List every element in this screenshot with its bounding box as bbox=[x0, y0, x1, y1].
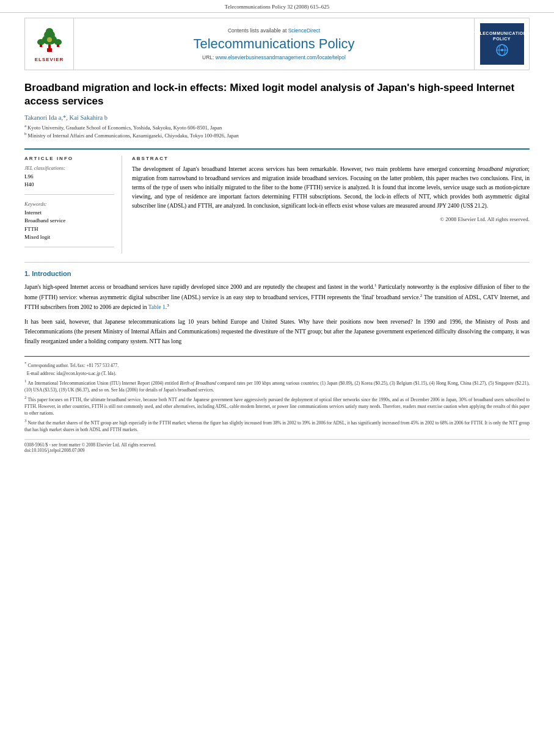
keyword-ftth: FTTH bbox=[24, 225, 114, 234]
elsevier-tree-icon bbox=[35, 26, 64, 56]
footnote-2: 2 This paper focuses on FTTH, the ultima… bbox=[24, 394, 530, 416]
article-info-header: ARTICLE INFO bbox=[24, 156, 114, 161]
footnotes-section: * Corresponding author. Tel./fax: +81 75… bbox=[24, 356, 530, 433]
journal-header-box: ELSEVIER Contents lists available at Sci… bbox=[24, 18, 530, 70]
doi-text: doi:10.1016/j.telpol.2008.07.009 bbox=[24, 448, 530, 453]
footnote-email: E-mail address: ida@econ.kyoto-u.ac.jp (… bbox=[24, 370, 530, 377]
affiliation-a-marker: a bbox=[24, 124, 26, 128]
author-names: Takanori Ida a,*, Kai Sakahira b bbox=[24, 114, 108, 121]
footnote-1: 1 An International Telecommunication Uni… bbox=[24, 378, 530, 393]
svg-point-6 bbox=[37, 39, 45, 45]
keyword-internet: Internet bbox=[24, 209, 114, 217]
bottom-license-info: 0308-5961/$ - see front matter © 2008 El… bbox=[24, 439, 530, 453]
elsevier-logo-area: ELSEVIER bbox=[25, 18, 74, 70]
page: Telecommunications Policy 32 (2008) 615–… bbox=[0, 0, 554, 756]
article-info-abstract-section: ARTICLE INFO JEL classifications: L96H40… bbox=[24, 148, 530, 253]
journal-cover-image: TELECOMMUNICATIONSPOLICY bbox=[480, 23, 524, 65]
elsevier-logo: ELSEVIER bbox=[35, 26, 64, 62]
sciencedirect-link[interactable]: ScienceDirect bbox=[288, 27, 320, 34]
introduction-heading: 1. Introduction bbox=[24, 270, 530, 277]
journal-url-text[interactable]: www.elsevierbusinessandmanagement.com/lo… bbox=[216, 54, 346, 60]
intro-paragraph-2: It has been said, however, that Japanese… bbox=[24, 318, 530, 346]
svg-rect-9 bbox=[57, 45, 59, 47]
affiliation-b-marker: b bbox=[24, 132, 27, 136]
journal-cover-title: TELECOMMUNICATIONSPOLICY bbox=[473, 31, 530, 42]
journal-title-area: Contents lists available at ScienceDirec… bbox=[74, 18, 474, 70]
keyword-mixed-logit: Mixed logit bbox=[24, 233, 114, 242]
svg-point-4 bbox=[46, 28, 53, 34]
keywords-label: Keywords: bbox=[24, 201, 114, 207]
elsevier-brand-text: ELSEVIER bbox=[35, 57, 64, 62]
footnote-1-marker: 1 bbox=[24, 379, 27, 383]
footnote-corresponding: * Corresponding author. Tel./fax: +81 75… bbox=[24, 360, 530, 369]
jel-block: JEL classifications: L96H40 bbox=[24, 165, 114, 195]
svg-point-7 bbox=[54, 39, 62, 45]
intro-paragraph-1: Japan's high-speed Internet access or br… bbox=[24, 282, 530, 313]
article-title: Broadband migration and lock-in effects:… bbox=[24, 81, 530, 108]
journal-cover-area: TELECOMMUNICATIONSPOLICY bbox=[474, 18, 529, 70]
svg-rect-8 bbox=[40, 45, 42, 47]
journal-cover-graphic-icon bbox=[490, 43, 514, 57]
contents-available-line: Contents lists available at ScienceDirec… bbox=[228, 27, 320, 34]
affiliation-a: a Kyoto University, Graduate School of E… bbox=[24, 124, 530, 132]
affiliations: a Kyoto University, Graduate School of E… bbox=[24, 124, 530, 140]
svg-point-13 bbox=[501, 49, 503, 51]
footnote-3-marker: 3 bbox=[24, 418, 27, 423]
authors-line: Takanori Ida a,*, Kai Sakahira b bbox=[24, 114, 530, 121]
section-divider bbox=[24, 262, 530, 263]
affiliation-a-text: Kyoto University, Graduate School of Eco… bbox=[27, 124, 222, 132]
keywords-block: Keywords: Internet Broadband service FTT… bbox=[24, 201, 114, 247]
footnote-3: 3 Note that the market shares of the NTT… bbox=[24, 418, 530, 433]
journal-citation: Telecommunications Policy 32 (2008) 615–… bbox=[225, 4, 329, 10]
article-info-column: ARTICLE INFO JEL classifications: L96H40… bbox=[24, 156, 122, 253]
journal-url-line: URL: www.elsevierbusinessandmanagement.c… bbox=[202, 54, 346, 60]
abstract-body: The development of Japan's broadband Int… bbox=[132, 165, 530, 211]
footnote-star-marker: * bbox=[24, 361, 27, 366]
keyword-list: Internet Broadband service FTTH Mixed lo… bbox=[24, 209, 114, 242]
jel-values: L96H40 bbox=[24, 173, 114, 189]
affiliation-b: b Ministry of Internal Affairs and Commu… bbox=[24, 132, 530, 140]
license-text: 0308-5961/$ - see front matter © 2008 El… bbox=[24, 442, 530, 448]
jel-label: JEL classifications: bbox=[24, 165, 114, 171]
footnote-2-marker: 2 bbox=[24, 395, 27, 400]
svg-rect-1 bbox=[48, 45, 51, 49]
affiliation-b-text: Ministry of Internal Affairs and Communi… bbox=[28, 132, 239, 140]
copyright-notice: © 2008 Elsevier Ltd. All rights reserved… bbox=[132, 216, 530, 222]
article-content: Broadband migration and lock-in effects:… bbox=[24, 70, 530, 453]
journal-title: Telecommunications Policy bbox=[193, 36, 354, 52]
abstract-header: ABSTRACT bbox=[132, 156, 530, 161]
journal-header-bar: Telecommunications Policy 32 (2008) 615–… bbox=[0, 0, 554, 13]
svg-point-5 bbox=[47, 37, 52, 42]
abstract-column: ABSTRACT The development of Japan's broa… bbox=[132, 156, 530, 253]
keyword-broadband: Broadband service bbox=[24, 217, 114, 225]
